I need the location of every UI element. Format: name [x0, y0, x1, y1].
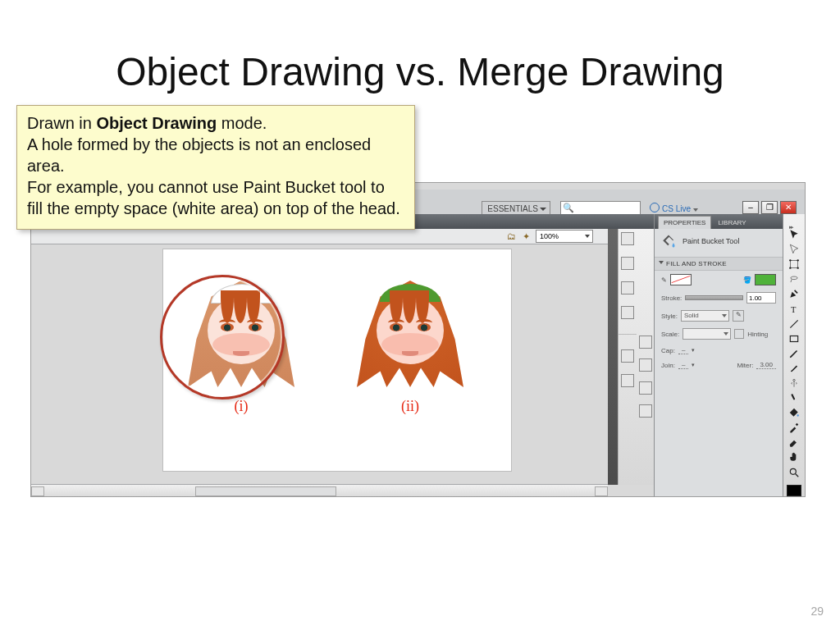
svg-point-4	[797, 267, 799, 269]
dock-icon[interactable]	[621, 257, 634, 270]
tools-panel: T	[783, 214, 805, 496]
rectangle-tool[interactable]	[787, 333, 801, 345]
join-label: Join:	[661, 362, 675, 369]
panel-dock-left	[618, 229, 637, 485]
miter-label: Miter:	[737, 362, 753, 369]
scene-icon[interactable]: 🗂	[506, 231, 516, 241]
deco-tool[interactable]	[787, 377, 801, 389]
panel-collapse-icon[interactable]	[789, 217, 799, 224]
edit-style-icon[interactable]: ✎	[733, 310, 744, 322]
brush-tool[interactable]	[787, 363, 801, 374]
label-ii: (ii)	[357, 398, 463, 415]
svg-text:T: T	[791, 305, 797, 314]
pencil-stroke-icon: ✎	[661, 276, 667, 284]
callout-line-2: A hole formed by the objects is not an e…	[27, 134, 404, 176]
svg-point-3	[789, 267, 791, 269]
horizontal-scrollbar[interactable]	[31, 484, 608, 496]
lasso-tool[interactable]	[787, 273, 801, 285]
paint-bucket-tool[interactable]	[787, 407, 801, 418]
cap-select[interactable]: –	[678, 346, 688, 354]
hand-tool[interactable]	[787, 451, 801, 463]
label-i: (i)	[188, 398, 294, 415]
hinting-checkbox[interactable]	[734, 329, 744, 339]
svg-point-1	[789, 259, 791, 261]
svg-line-6	[790, 320, 797, 327]
join-select[interactable]: –	[678, 361, 688, 369]
dock-icon[interactable]	[639, 336, 652, 349]
dock-icon[interactable]	[639, 404, 652, 418]
svg-rect-0	[790, 261, 797, 268]
dock-icon[interactable]	[621, 349, 634, 363]
svg-point-9	[790, 468, 796, 474]
text-tool[interactable]: T	[787, 303, 801, 314]
pen-tool[interactable]	[787, 288, 801, 299]
slide-title: Object Drawing vs. Merge Drawing	[0, 49, 840, 94]
bucket-fill-icon: 🪣	[743, 276, 751, 284]
style-select[interactable]: Solid	[681, 310, 729, 322]
svg-point-2	[797, 259, 799, 261]
dock-icon[interactable]	[621, 374, 634, 387]
window-buttons: – ❐ ✕	[742, 201, 797, 214]
eyedropper-tool[interactable]	[787, 422, 801, 433]
svg-rect-7	[790, 336, 797, 341]
section-fill-and-stroke[interactable]: FILL AND STROKE	[655, 257, 783, 271]
callout-line-1: Drawn in Object Drawing mode.	[27, 112, 404, 134]
tab-properties[interactable]: PROPERTIES	[658, 216, 711, 229]
cap-label: Cap:	[661, 347, 675, 354]
drawing-face-ii: (ii)	[357, 274, 463, 397]
stroke-color-swatch[interactable]	[670, 274, 692, 285]
callout-highlight-circle	[160, 275, 285, 399]
miter-value[interactable]: 3.00	[756, 361, 776, 369]
selection-tool[interactable]	[787, 229, 801, 240]
hinting-label: Hinting	[747, 331, 768, 338]
bone-tool[interactable]	[787, 392, 801, 404]
scale-label: Scale:	[661, 331, 679, 338]
line-tool[interactable]	[787, 318, 801, 330]
scale-select[interactable]	[682, 328, 731, 340]
document-toolbar: 🗂 ✦ 100%	[31, 229, 608, 244]
close-button[interactable]: ✕	[780, 201, 797, 214]
free-transform-tool[interactable]	[787, 258, 801, 270]
slide-page-number: 29	[810, 605, 824, 618]
callout-line-3: For example, you cannot use Paint Bucket…	[27, 176, 404, 219]
eraser-tool[interactable]	[787, 436, 801, 448]
tab-library[interactable]: LIBRARY	[713, 217, 751, 229]
pencil-tool[interactable]	[787, 348, 801, 359]
dock-icon[interactable]	[639, 381, 652, 395]
zoom-tool[interactable]	[787, 467, 801, 478]
properties-panel: PROPERTIES LIBRARY Paint Bucket Tool FIL…	[654, 214, 783, 496]
style-label: Style:	[661, 313, 678, 320]
dock-icon[interactable]	[639, 358, 652, 372]
panel-dock-right	[637, 229, 655, 485]
subselection-tool[interactable]	[787, 244, 801, 255]
dock-icon[interactable]	[621, 232, 634, 245]
tool-name-label: Paint Bucket Tool	[682, 237, 739, 245]
stroke-label: Stroke:	[661, 294, 682, 302]
symbol-icon[interactable]: ✦	[521, 231, 531, 241]
callout-box: Drawn in Object Drawing mode. A hole for…	[16, 105, 415, 230]
minimize-button[interactable]: –	[742, 201, 759, 214]
stroke-slider[interactable]	[685, 295, 743, 300]
stroke-weight-input[interactable]	[746, 292, 776, 304]
svg-line-10	[796, 473, 799, 477]
dock-icon[interactable]	[621, 306, 634, 319]
dock-icon[interactable]	[621, 281, 634, 294]
svg-point-8	[797, 415, 799, 417]
stroke-color-tool[interactable]	[787, 485, 801, 497]
zoom-dropdown[interactable]: 100%	[536, 230, 593, 243]
paint-bucket-icon	[661, 234, 676, 249]
maximize-button[interactable]: ❐	[761, 201, 778, 214]
fill-color-swatch[interactable]	[755, 274, 776, 285]
